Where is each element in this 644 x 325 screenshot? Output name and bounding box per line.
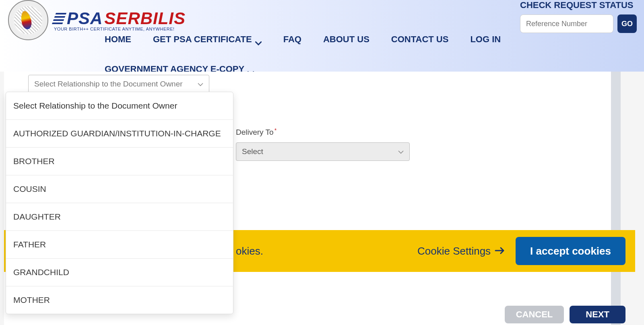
brand-stripes-icon: [52, 13, 66, 24]
main-nav: HOME GET PSA CERTIFICATE FAQ ABOUT US CO…: [105, 34, 507, 74]
chevron-down-icon: [248, 67, 254, 71]
next-button[interactable]: NEXT: [570, 306, 625, 323]
dropdown-option[interactable]: COUSIN: [6, 175, 233, 203]
brand-psa: PSA: [67, 9, 103, 28]
cancel-button[interactable]: CANCEL: [505, 306, 564, 323]
check-status-box: CHECK REQUEST STATUS GO: [520, 0, 637, 33]
required-asterisk-icon: *: [275, 127, 277, 134]
nav-contact[interactable]: CONTACT US: [391, 34, 449, 45]
psa-seal-icon: [8, 0, 48, 40]
nav-get-certificate[interactable]: GET PSA CERTIFICATE: [153, 34, 262, 45]
go-button[interactable]: GO: [617, 14, 637, 33]
accept-cookies-button[interactable]: I accept cookies: [516, 237, 625, 265]
cookie-banner-text: okies.: [236, 245, 263, 257]
relationship-select[interactable]: Select Relationship to the Document Owne…: [28, 75, 209, 93]
nav-about[interactable]: ABOUT US: [323, 34, 369, 45]
footer-buttons: CANCEL NEXT: [505, 306, 625, 323]
chevron-down-icon: [255, 37, 262, 41]
reference-number-input[interactable]: [520, 14, 613, 33]
check-status-title: CHECK REQUEST STATUS: [520, 0, 637, 10]
nav-login[interactable]: LOG IN: [470, 34, 501, 45]
brand-serbilis: SERBILIS: [104, 9, 186, 28]
header: PSA SERBILIS YOUR BIRTH++ CERTIFICATE AN…: [0, 0, 644, 72]
arrow-right-icon: [495, 245, 505, 257]
dropdown-option[interactable]: Select Relationship to the Document Owne…: [6, 92, 233, 120]
dropdown-option[interactable]: MOTHER: [6, 286, 233, 314]
nav-home[interactable]: HOME: [105, 34, 131, 45]
dropdown-option[interactable]: GRANDCHILD: [6, 259, 233, 286]
dropdown-option[interactable]: BROTHER: [6, 148, 233, 175]
relationship-dropdown: Select Relationship to the Document Owne…: [6, 92, 233, 314]
nav-get-certificate-label: GET PSA CERTIFICATE: [153, 34, 252, 45]
nav-faq[interactable]: FAQ: [283, 34, 301, 45]
chevron-down-icon: [198, 80, 203, 88]
dropdown-option[interactable]: AUTHORIZED GUARDIAN/INSTITUTION-IN-CHARG…: [6, 120, 233, 148]
cookie-settings-link[interactable]: Cookie Settings: [417, 245, 505, 257]
dropdown-option[interactable]: FATHER: [6, 231, 233, 259]
chevron-down-icon: [398, 147, 404, 156]
delivery-to-select[interactable]: Select: [236, 142, 410, 161]
cookie-settings-label: Cookie Settings: [417, 245, 491, 257]
dropdown-option[interactable]: DAUGHTER: [6, 203, 233, 231]
brand-block: PSA SERBILIS YOUR BIRTH++ CERTIFICATE AN…: [54, 9, 186, 31]
delivery-to-label: Delivery To*: [236, 128, 644, 137]
relationship-select-placeholder: Select Relationship to the Document Owne…: [34, 80, 183, 88]
delivery-to-placeholder: Select: [242, 147, 263, 156]
brand-tagline: YOUR BIRTH++ CERTIFICATE ANYTIME, ANYWHE…: [54, 27, 186, 31]
